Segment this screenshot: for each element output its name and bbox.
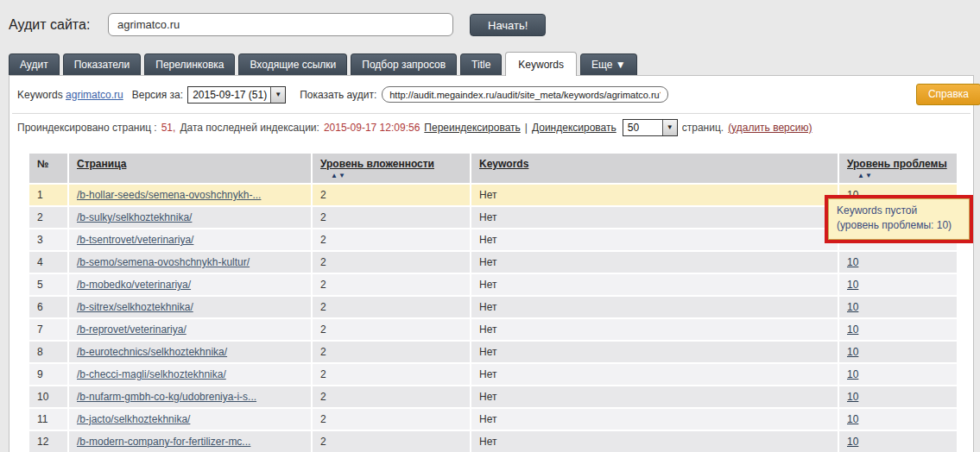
tab[interactable]: Показатели [63, 53, 142, 75]
tab[interactable]: Title [460, 53, 502, 75]
problem-level-link[interactable]: 10 [847, 256, 858, 268]
nesting-level-value: 2 [313, 364, 470, 385]
row-number: 6 [29, 297, 67, 317]
column-header-keywords[interactable]: Keywords [479, 158, 528, 170]
page-link[interactable]: /b-modern-company-for-fertilizer-mc... [77, 436, 250, 448]
pages-table: № Страница Уровень вложенности ▲▼ Keywor… [28, 152, 958, 452]
site-audit-bar: Аудит сайта: Начать! [0, 0, 980, 52]
keywords-value: Нет [471, 274, 838, 295]
table-row: 4 /b-semo/semena-ovoshchnykh-kultur/ 2 Н… [29, 252, 957, 273]
indexed-pages-count: 51, [161, 122, 176, 134]
start-audit-button[interactable]: Начать! [470, 14, 546, 36]
table-row: 1 /b-hollar-seeds/semena-ovoshchnykh-...… [29, 185, 957, 205]
index-more-link[interactable]: Доиндексировать [532, 122, 616, 134]
page-link[interactable]: /b-hollar-seeds/semena-ovoshchnykh-... [77, 189, 261, 201]
tab-label: Перелинковка [155, 59, 224, 71]
problem-level-link[interactable]: 10 [847, 436, 858, 448]
tab-label: Подбор запросов [362, 59, 446, 71]
problem-level-link[interactable]: 10 [847, 279, 858, 291]
sort-desc-icon[interactable]: ▼ [338, 172, 346, 179]
page-link[interactable]: /b-checci-magli/selkhoztekhnika/ [77, 368, 226, 380]
tab-label: Keywords [518, 59, 564, 71]
keywords-panel: Keywords agrimatco.ru Версия за: 2015-09… [9, 75, 974, 452]
link-divider: | [525, 122, 528, 134]
problem-level-link[interactable]: 10 [847, 368, 858, 380]
problem-level-link[interactable]: 10 [847, 323, 858, 336]
table-row: 11 /b-jacto/selkhoztekhnika/ 2 Нет 10 [29, 409, 957, 430]
tab[interactable]: Аудит [9, 53, 60, 75]
audit-url-input[interactable] [382, 86, 668, 103]
keywords-section-label: Keywords [17, 89, 63, 101]
tooltip-line1: Keywords пустой [837, 204, 961, 218]
table-row: 5 /b-mobedko/veterinariya/ 2 Нет 10 [29, 274, 957, 295]
last-index-date: 2015-09-17 12:09:56 [324, 122, 420, 134]
page-link[interactable]: /b-reprovet/veterinariya/ [77, 323, 187, 336]
status-row: Проиндексировано страниц : 51, Дата посл… [9, 114, 973, 141]
row-number: 12 [29, 431, 67, 452]
problem-level-link[interactable]: 10 [847, 391, 858, 403]
tab[interactable]: Подбор запросов [351, 53, 457, 75]
keywords-value: Нет [471, 297, 838, 317]
table-row: 6 /b-sitrex/selkhoztekhnika/ 2 Нет 10 [29, 297, 957, 317]
problem-tooltip-highlight: Keywords пустой (уровень проблемы: 10) [825, 195, 973, 243]
page-link[interactable]: /b-sitrex/selkhoztekhnika/ [77, 301, 193, 313]
nesting-level-value: 2 [313, 297, 470, 317]
page-link[interactable]: /b-nufarm-gmbh-co-kg/udobreniya-i-s... [77, 391, 256, 403]
tab-label: Входящие ссылки [250, 59, 336, 71]
page-link[interactable]: /b-semo/semena-ovoshchnykh-kultur/ [77, 256, 250, 268]
site-link[interactable]: agrimatco.ru [66, 89, 123, 101]
sort-asc-icon[interactable]: ▲ [857, 172, 865, 179]
nesting-level-value: 2 [313, 342, 470, 362]
tab[interactable]: Входящие ссылки [238, 53, 347, 75]
site-url-input[interactable] [108, 13, 453, 36]
reindex-link[interactable]: Переиндексировать [424, 122, 521, 134]
nesting-level-value: 2 [313, 207, 470, 228]
pages-count-select[interactable]: 50 ▼ [623, 119, 678, 136]
tooltip-line2: (уровень проблемы: 10) [837, 218, 961, 233]
tab[interactable]: Keywords [505, 52, 577, 76]
table-row: 3 /b-tsentrovet/veterinariya/ 2 Нет [29, 229, 957, 250]
table-header-row: № Страница Уровень вложенности ▲▼ Keywor… [29, 154, 957, 183]
keywords-value: Нет [471, 386, 838, 407]
problem-tooltip: Keywords пустой (уровень проблемы: 10) [828, 198, 970, 240]
version-select-value: 2015-09-17 (51) [188, 87, 270, 103]
chevron-down-icon: ▼ [270, 87, 285, 103]
sort-asc-icon[interactable]: ▲ [331, 172, 338, 179]
keywords-value: Нет [471, 319, 838, 340]
page-link[interactable]: /b-mobedko/veterinariya/ [77, 279, 191, 291]
problem-level-link[interactable]: 10 [847, 413, 858, 425]
sort-arrows: ▲▼ [331, 171, 462, 179]
controls-row: Keywords agrimatco.ru Версия за: 2015-09… [9, 76, 973, 113]
row-number: 11 [29, 409, 67, 430]
problem-level-link[interactable]: 10 [847, 346, 858, 358]
column-header-nesting-level[interactable]: Уровень вложенности [320, 158, 434, 170]
table-row: 2 /b-sulky/selkhoztekhnika/ 2 Нет [29, 207, 957, 228]
nesting-level-value: 2 [313, 252, 470, 273]
column-header-number: № [29, 154, 67, 183]
help-button[interactable]: Справка [916, 84, 980, 105]
page-link[interactable]: /b-eurotechnics/selkhoztekhnika/ [77, 346, 227, 358]
nesting-level-value: 2 [313, 431, 470, 452]
tab-label: Title [471, 59, 490, 71]
problem-level-link[interactable]: 10 [847, 301, 858, 313]
sort-desc-icon[interactable]: ▼ [865, 172, 873, 179]
column-header-problem-level[interactable]: Уровень проблемы [847, 158, 947, 170]
nesting-level-value: 2 [313, 319, 470, 340]
version-select[interactable]: 2015-09-17 (51) ▼ [187, 86, 286, 104]
page-link[interactable]: /b-tsentrovet/veterinariya/ [77, 234, 193, 246]
tab[interactable]: Еще ▼ [580, 53, 637, 75]
pages-count-value: 50 [623, 120, 662, 135]
row-number: 8 [29, 342, 67, 362]
row-number: 7 [29, 319, 67, 340]
nesting-level-value: 2 [313, 185, 470, 205]
column-header-page[interactable]: Страница [77, 158, 126, 170]
tab[interactable]: Перелинковка [144, 53, 235, 75]
keywords-value: Нет [471, 207, 838, 228]
delete-version-link[interactable]: (удалить версию) [728, 122, 812, 134]
sort-arrows: ▲▼ [857, 171, 949, 179]
page-link[interactable]: /b-sulky/selkhoztekhnika/ [77, 211, 192, 223]
row-number: 5 [29, 274, 67, 295]
page-link[interactable]: /b-jacto/selkhoztekhnika/ [77, 413, 190, 425]
keywords-value: Нет [471, 252, 838, 273]
nesting-level-value: 2 [313, 386, 470, 407]
